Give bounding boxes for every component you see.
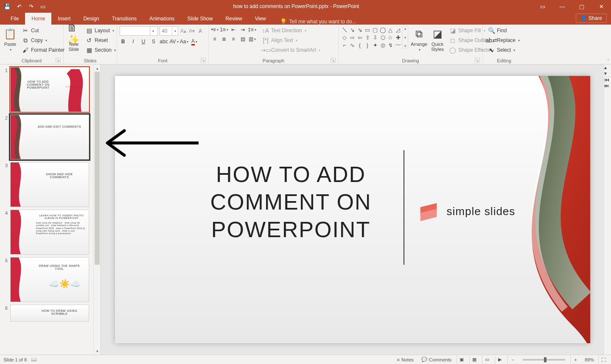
- shape-line-arrow-icon[interactable]: ↘: [349, 26, 356, 33]
- slide-thumbnail-4[interactable]: LEARN HOW TO INSERT PHOTO ALBUM IN POWER…: [10, 210, 89, 255]
- shape-line-icon[interactable]: ＼: [341, 26, 348, 33]
- notes-button[interactable]: ≡Notes: [395, 355, 416, 364]
- shape-arrow-down-icon[interactable]: ⇩: [372, 34, 378, 41]
- zoom-slider[interactable]: [523, 359, 565, 361]
- slide-thumbnail-1[interactable]: HOW TO ADD COMMENT ON POWERPOINT simple …: [10, 67, 89, 112]
- slide-canvas-container[interactable]: HOW TO ADD COMMENT ON POWERPOINT simple …: [101, 64, 604, 355]
- slide-thumbnail-3[interactable]: SHOW AND HIDE COMMENTS: [10, 162, 89, 207]
- font-size-combo[interactable]: ▾: [160, 26, 178, 36]
- replace-button[interactable]: ab⇄Replace▾: [485, 36, 523, 45]
- collapse-ribbon-icon[interactable]: ˄: [607, 59, 609, 63]
- align-text-button[interactable]: [*]Align Text▾: [260, 36, 322, 45]
- decrease-indent-icon[interactable]: ⇤: [230, 26, 237, 33]
- quick-styles-button[interactable]: ◪ Quick Styles: [430, 26, 445, 53]
- scroll-down-icon[interactable]: ▾: [94, 347, 101, 355]
- shape-right-triangle-icon[interactable]: ◿: [395, 26, 401, 33]
- ribbon-display-options-icon[interactable]: ▭: [533, 0, 552, 13]
- tab-slide-show[interactable]: Slide Show: [181, 13, 219, 25]
- qat-customize-icon[interactable]: ▾: [52, 3, 59, 10]
- convert-smartart-button[interactable]: ⇢▭Convert to SmartArt▾: [260, 46, 322, 54]
- shape-rounded-rect-icon[interactable]: ▢: [372, 26, 378, 33]
- slide-counter[interactable]: Slide 1 of 8: [3, 357, 27, 362]
- scroll-down-icon[interactable]: ▾: [604, 70, 611, 76]
- shape-cross-icon[interactable]: ✚: [395, 34, 401, 41]
- spellcheck-icon[interactable]: 📖: [31, 357, 37, 362]
- shape-brace-left-icon[interactable]: {: [356, 42, 363, 48]
- change-case-icon[interactable]: Aa▾: [181, 38, 188, 45]
- zoom-out-icon[interactable]: −: [507, 356, 518, 364]
- text-direction-button[interactable]: ↕AText Direction▾: [260, 26, 322, 35]
- shape-triangle-icon[interactable]: △: [387, 26, 394, 33]
- section-button[interactable]: ▦Section▾: [83, 46, 118, 54]
- start-from-beginning-icon[interactable]: ▭: [39, 3, 47, 10]
- tab-review[interactable]: Review: [219, 13, 248, 25]
- bold-icon[interactable]: B: [120, 38, 126, 45]
- align-center-icon[interactable]: ≣: [221, 36, 227, 42]
- layout-button[interactable]: ▤Layout▾: [83, 26, 118, 35]
- slide-scrollbar[interactable]: ▴ ▾ ⏮ ⏭: [604, 64, 611, 355]
- tab-transitions[interactable]: Transitions: [106, 13, 143, 25]
- shape-star-icon[interactable]: ☆: [387, 34, 394, 41]
- shape-line-double-icon[interactable]: ⇘: [356, 26, 363, 33]
- increase-font-icon[interactable]: A▴: [180, 28, 187, 34]
- normal-view-icon[interactable]: ▣: [457, 356, 467, 364]
- scroll-up-icon[interactable]: ▴: [94, 64, 101, 72]
- maximize-icon[interactable]: ▢: [572, 0, 591, 13]
- slide-thumbnail[interactable]: 5 DRAW USING THE SHAPE TOOL ☁️☀️☁️: [0, 257, 92, 302]
- tab-file[interactable]: File: [4, 13, 25, 25]
- justify-icon[interactable]: ▤: [239, 36, 246, 42]
- font-name-input[interactable]: [120, 28, 150, 34]
- slide-canvas[interactable]: HOW TO ADD COMMENT ON POWERPOINT simple …: [115, 76, 590, 343]
- close-icon[interactable]: ✕: [591, 0, 611, 13]
- find-button[interactable]: 🔍Find: [485, 26, 523, 35]
- paste-button[interactable]: 📋 Paste▾: [3, 26, 18, 53]
- shape-elbow-icon[interactable]: ⌐: [341, 42, 348, 48]
- tab-view[interactable]: View: [249, 13, 272, 25]
- shape-star4-icon[interactable]: ✦: [372, 42, 378, 48]
- cut-button[interactable]: ✂Cut: [20, 26, 67, 35]
- shapes-gallery[interactable]: ＼ ↘ ⇘ ▭ ▢ ◯ △ ◿ ◇ ⇨ ⇦ ⇧ ⇩ ⬡ ☆ ✚ ⌐: [341, 26, 401, 48]
- redo-icon[interactable]: ↷: [27, 3, 35, 10]
- zoom-in-icon[interactable]: +: [570, 356, 580, 364]
- slide-thumbnail[interactable]: 6 HOW TO DRAW USING SCRIBBLE: [0, 305, 92, 322]
- increase-indent-icon[interactable]: ⇥: [239, 26, 246, 33]
- select-button[interactable]: ⬉Select▾: [485, 46, 523, 54]
- slideshow-view-icon[interactable]: ▶: [495, 356, 505, 364]
- reset-button[interactable]: ↺Reset: [83, 36, 118, 45]
- thumbnail-scrollbar[interactable]: ▴ ▾: [93, 64, 101, 355]
- tab-design[interactable]: Design: [77, 13, 105, 25]
- zoom-percent[interactable]: 89%: [583, 357, 596, 362]
- bullets-icon[interactable]: •≡▾: [211, 26, 218, 33]
- arrange-button[interactable]: ⧉ Arrange▾: [410, 26, 428, 53]
- shape-curve-icon[interactable]: ∿: [349, 42, 356, 48]
- shape-arrow-right-icon[interactable]: ⇨: [349, 34, 356, 41]
- font-size-input[interactable]: [160, 28, 172, 34]
- tab-animations[interactable]: Animations: [143, 13, 181, 25]
- align-left-icon[interactable]: ≡: [211, 36, 218, 42]
- tab-home[interactable]: Home: [25, 13, 51, 25]
- chevron-down-icon[interactable]: ▾: [172, 27, 178, 35]
- comments-button[interactable]: 💬Comments: [419, 355, 454, 364]
- chevron-down-icon[interactable]: ▾: [150, 27, 156, 35]
- shapes-gallery-scroll[interactable]: ▴▾▾: [402, 26, 408, 48]
- scrollbar-thumb[interactable]: [95, 72, 100, 265]
- clear-formatting-icon[interactable]: A̷: [197, 28, 204, 34]
- font-color-icon[interactable]: A▾: [191, 38, 198, 45]
- paragraph-dialog-launcher-icon[interactable]: ↘: [331, 58, 336, 63]
- copy-button[interactable]: ⧉Copy▾: [20, 36, 67, 45]
- fit-to-window-icon[interactable]: ⛶: [598, 356, 608, 364]
- shape-oval-icon[interactable]: ◯: [379, 26, 386, 33]
- slide-thumbnail[interactable]: 3 SHOW AND HIDE COMMENTS: [0, 162, 92, 207]
- numbering-icon[interactable]: 1≡▾: [221, 26, 227, 33]
- decrease-font-icon[interactable]: A▾: [188, 28, 195, 34]
- slide-thumbnail[interactable]: 1 HOW TO ADD COMMENT ON POWERPOINT simpl…: [0, 67, 92, 112]
- shape-connector-icon[interactable]: ↯: [387, 42, 394, 48]
- slide-thumbnail[interactable]: 4 LEARN HOW TO INSERT PHOTO ALBUM IN POW…: [0, 210, 92, 255]
- slide-thumbnail-5[interactable]: DRAW USING THE SHAPE TOOL ☁️☀️☁️: [10, 257, 89, 302]
- shape-hexagon-icon[interactable]: ⬡: [379, 34, 386, 41]
- clipboard-dialog-launcher-icon[interactable]: ↘: [56, 58, 61, 63]
- shape-rect-icon[interactable]: ▭: [364, 26, 371, 33]
- font-dialog-launcher-icon[interactable]: ↘: [201, 58, 206, 63]
- tell-me-search[interactable]: 💡 Tell me what you want to do...: [272, 18, 356, 25]
- shape-brace-right-icon[interactable]: }: [364, 42, 371, 48]
